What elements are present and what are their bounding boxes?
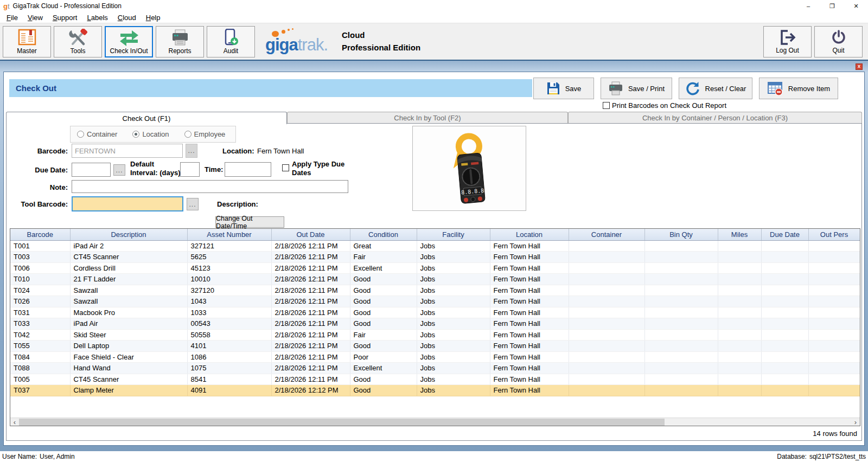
column-header[interactable]: Out Date: [271, 229, 350, 240]
menu-item-view[interactable]: View: [23, 13, 48, 22]
default-interval-label-line1: Default: [130, 160, 154, 168]
table-row[interactable]: T006Cordless Drill451232/18/2026 12:11 P…: [10, 262, 860, 274]
tab-check-in-by-tool-f2[interactable]: Check In by Tool (F2): [287, 112, 568, 124]
print-barcodes-checkbox[interactable]: [603, 102, 610, 109]
column-header[interactable]: Description: [70, 229, 187, 240]
scroll-right-icon[interactable]: ›: [851, 418, 860, 426]
column-header[interactable]: Barcode: [10, 229, 70, 240]
column-header[interactable]: Due Date: [761, 229, 808, 240]
log-out-icon: [778, 29, 797, 46]
cell: [644, 385, 718, 396]
reset-clear-button[interactable]: Reset / Clear: [679, 78, 752, 99]
cell: [644, 329, 718, 341]
tool-barcode-input[interactable]: [72, 196, 183, 211]
radio-container-circle[interactable]: [77, 131, 84, 138]
master-button[interactable]: Master: [3, 26, 51, 57]
note-input[interactable]: [72, 180, 348, 193]
cell: [569, 351, 644, 363]
cell: [644, 274, 718, 285]
status-user: User Name: User, Admin: [2, 453, 75, 460]
cell: [761, 385, 808, 396]
barcode-lookup-icon[interactable]: ...: [186, 144, 197, 158]
save-button[interactable]: Save: [533, 78, 594, 99]
table-row[interactable]: T088Hand Wand10752/18/2026 12:11 PMExcel…: [10, 363, 860, 374]
due-date-input[interactable]: [72, 163, 111, 177]
radio-employee[interactable]: Employee: [184, 130, 226, 138]
apply-type-due-dates-checkbox[interactable]: [282, 164, 289, 171]
table-row[interactable]: T037Clamp Meter40912/18/2026 12:12 PMGoo…: [10, 385, 860, 396]
menu-item-labels[interactable]: Labels: [82, 13, 112, 22]
time-input[interactable]: [225, 162, 271, 177]
column-header[interactable]: Asset Number: [187, 229, 271, 240]
close-icon[interactable]: ✕: [844, 0, 868, 12]
tools-button[interactable]: Tools: [54, 26, 102, 57]
quit-button[interactable]: Quit: [814, 26, 863, 57]
table-row[interactable]: T042Skid Steer505582/18/2026 12:11 PMFai…: [10, 329, 860, 341]
default-interval-input[interactable]: [180, 162, 200, 177]
cell: 5625: [187, 252, 271, 263]
menu-item-cloud[interactable]: Cloud: [113, 13, 141, 22]
radio-location-circle[interactable]: [132, 131, 139, 138]
menu-item-file[interactable]: File: [2, 13, 23, 22]
barcode-input[interactable]: [72, 144, 183, 158]
logo-text-trak: trak.: [298, 35, 328, 54]
print-barcodes-option[interactable]: Print Barcodes on Check Out Report: [603, 101, 726, 110]
scroll-left-icon[interactable]: ‹: [10, 418, 19, 426]
scrollbar-thumb[interactable]: [19, 419, 665, 426]
radio-location-label: Location: [142, 130, 169, 138]
clamp-meter-image: 8.8.8.8: [415, 128, 524, 209]
change-out-datetime-button[interactable]: Change Out Date/Time: [215, 216, 284, 228]
cell: 2/18/2026 12:11 PM: [271, 363, 350, 374]
cell: 1075: [187, 363, 271, 374]
due-date-picker-icon[interactable]: ...: [113, 164, 125, 176]
audit-button[interactable]: Audit: [207, 26, 255, 57]
radio-location[interactable]: Location: [132, 130, 169, 138]
column-header[interactable]: Facility: [417, 229, 490, 240]
remove-item-button[interactable]: Remove Item: [759, 78, 838, 99]
table-row[interactable]: T003CT45 Scanner56252/18/2026 12:11 PMFa…: [10, 252, 860, 263]
column-header[interactable]: Container: [569, 229, 644, 240]
table-row[interactable]: T01021 FT Ladder100102/18/2026 12:11 PMG…: [10, 274, 860, 285]
table-row[interactable]: T001iPad Air 23271212/18/2026 12:11 PMGr…: [10, 240, 860, 252]
table-row[interactable]: T024Sawzall3271202/18/2026 12:11 PMGoodJ…: [10, 285, 860, 296]
cell: Jobs: [417, 329, 490, 341]
tab-check-in-by-container-f3[interactable]: Check In by Container / Person / Locatio…: [568, 112, 862, 124]
column-header[interactable]: Bin Qty: [644, 229, 718, 240]
check-in-out-button-label: Check In/Out: [110, 47, 148, 55]
cell: Macbook Pro: [70, 307, 187, 318]
cell: Fern Town Hall: [490, 274, 569, 285]
restore-icon[interactable]: ❐: [820, 0, 844, 12]
table-row[interactable]: T026Sawzall10432/18/2026 12:11 PMGoodJob…: [10, 296, 860, 307]
tab-check-out-f1[interactable]: Check Out (F1): [6, 112, 287, 124]
reports-button[interactable]: Reports: [156, 26, 204, 57]
radio-employee-circle[interactable]: [184, 131, 192, 138]
save-print-button[interactable]: Save / Print: [601, 78, 672, 99]
table-row[interactable]: T033iPad Air005432/18/2026 12:11 PMGoodJ…: [10, 318, 860, 330]
column-header[interactable]: Condition: [350, 229, 417, 240]
menu-item-help[interactable]: Help: [141, 13, 165, 22]
column-header[interactable]: Out Pers: [808, 229, 860, 240]
panel-close-icon[interactable]: x: [856, 63, 863, 70]
location-label: Location:: [222, 147, 254, 155]
cell: Fern Town Hall: [490, 262, 569, 274]
menu-item-support[interactable]: Support: [48, 13, 82, 22]
cell: [718, 285, 761, 296]
app-icon-g: g: [3, 2, 8, 10]
minimize-icon[interactable]: –: [796, 0, 820, 12]
column-header[interactable]: Location: [490, 229, 569, 240]
cell: 00543: [187, 318, 271, 330]
table-row[interactable]: T031Macbook Pro10332/18/2026 12:11 PMGoo…: [10, 307, 860, 318]
horizontal-scrollbar[interactable]: ‹ ›: [10, 418, 860, 426]
cell: [808, 363, 860, 374]
log-out-button[interactable]: Log Out: [763, 26, 812, 57]
column-header[interactable]: Miles: [718, 229, 761, 240]
tool-barcode-lookup-icon[interactable]: ...: [187, 198, 199, 210]
radio-container[interactable]: Container: [77, 130, 117, 138]
check-in-out-button[interactable]: Check In/Out: [105, 26, 153, 57]
table-row[interactable]: T005CT45 Scanner85412/18/2026 12:11 PMGo…: [10, 374, 860, 385]
cell: T033: [10, 318, 70, 330]
table-row[interactable]: T055Dell Laptop41012/18/2026 12:11 PMGoo…: [10, 341, 860, 352]
cell: [808, 318, 860, 330]
default-interval-label-line2: Interval: (days): [130, 169, 180, 177]
table-row[interactable]: T084Face Shield - Clear10862/18/2026 12:…: [10, 351, 860, 363]
